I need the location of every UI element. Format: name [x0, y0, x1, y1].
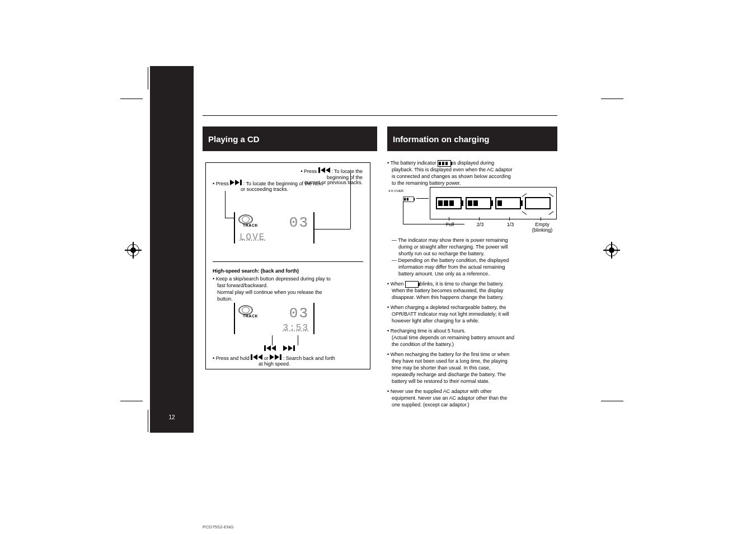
crop-mark	[120, 99, 143, 99]
battery-icon	[438, 160, 451, 167]
instruction-panel: • Press : To locate the beginning of the…	[205, 162, 370, 369]
crop-mark	[148, 410, 148, 432]
body-text: the condition of the battery.)	[392, 341, 454, 348]
subheading: High-speed search: (back and forth)	[213, 268, 299, 274]
caption: (blinking)	[528, 227, 556, 233]
track-time: 3:53	[283, 323, 309, 333]
body-text: to the remaining battery power.	[392, 180, 461, 186]
body-text: disappear. When this happens change the …	[392, 294, 504, 301]
callout-line	[225, 218, 234, 218]
crop-mark	[148, 67, 148, 90]
body-text: • When charging a depleted rechargeable …	[387, 305, 506, 311]
body-text: • Never use the supplied AC adaptor with…	[387, 388, 492, 395]
body-text: (Actual time depends on remaining batter…	[392, 335, 514, 341]
body-text: they have not been used for a long time,…	[392, 358, 508, 364]
track-label: TRACK	[243, 314, 258, 318]
body-text: battery amount. Use only as a reference.	[398, 271, 490, 277]
body-text: • When blinks, it is time to change the …	[387, 281, 504, 288]
prev-track-icon	[318, 167, 330, 173]
callout-line	[350, 173, 351, 229]
track-number: 03	[289, 214, 309, 231]
caption: 1/3	[499, 222, 522, 228]
heading-text: Information on charging	[393, 134, 490, 144]
next-track-icon	[283, 345, 295, 351]
body-text: battery will be restored to their normal…	[392, 378, 490, 385]
lcd-display: TRACK 03 3:53	[234, 303, 314, 334]
instruction-line: button.	[217, 296, 233, 302]
callout-line	[541, 217, 541, 221]
instruction-line: • Keep a skip/search button depressed du…	[213, 276, 331, 282]
lcd-display: TRACK 03 LOVE	[234, 212, 314, 243]
body-text: information may differ from the actual r…	[398, 264, 505, 270]
footer-text: PCD75S2-ENG	[203, 524, 234, 530]
next-track-icon	[230, 180, 242, 185]
instruction-line: current or previous tracks.	[290, 180, 363, 186]
body-text: • The battery indicator is displayed dur…	[387, 160, 494, 167]
sidebar-tab	[150, 66, 194, 433]
body-text: repeatedly recharge and discharge the ba…	[392, 372, 506, 378]
callout-line	[479, 217, 480, 221]
crop-mark	[601, 401, 623, 401]
callout-line	[403, 202, 403, 224]
divider	[213, 261, 363, 262]
body-text: during or straight after recharging. The…	[398, 244, 508, 250]
registration-mark-icon	[127, 244, 139, 256]
page-number: 12	[156, 414, 188, 420]
body-text: OPR/BATT Indicator may not light immedia…	[392, 311, 509, 317]
instruction-line: fast forward/backward.	[217, 283, 268, 289]
crop-mark	[601, 99, 623, 99]
next-track-icon	[270, 354, 281, 360]
instruction-line: at high speed.	[259, 361, 290, 367]
body-text: — Depending on the battery condition, th…	[392, 257, 509, 264]
caption: Full	[439, 222, 461, 228]
battery-icon	[405, 281, 419, 288]
body-text: • When recharging the battery for the fi…	[387, 352, 509, 358]
callout-line	[509, 217, 510, 221]
callout-line	[225, 191, 226, 218]
track-label: TRACK	[243, 223, 258, 227]
section-heading-left: Playing a CD	[203, 127, 377, 151]
body-text: When the battery becomes exhausted, the …	[392, 288, 504, 294]
battery-icon	[403, 196, 414, 202]
track-title: LOVE	[240, 232, 309, 242]
instruction-line: Normal play will continue when you relea…	[217, 289, 322, 296]
annotation-text: 4 0 OVER	[388, 189, 403, 193]
top-rule	[203, 115, 557, 116]
body-text: is connected and changes as shown below …	[392, 174, 511, 180]
body-text: one supplied. (except car adaptor.)	[392, 402, 469, 408]
instruction-line: • Press : To locate the beginning of the	[290, 167, 363, 181]
battery-full-icon	[436, 197, 462, 209]
body-text: time may be shorter than usual. In this …	[392, 365, 491, 371]
callout-line	[272, 335, 273, 345]
registration-mark-icon	[605, 244, 618, 256]
callout-line	[449, 217, 449, 221]
callout-line	[298, 335, 298, 345]
track-number: 03	[289, 305, 309, 322]
battery-13-icon	[495, 197, 521, 209]
heading-text: Playing a CD	[208, 134, 260, 144]
prev-track-icon	[264, 345, 276, 351]
callout-line	[313, 229, 350, 229]
battery-states-diagram	[430, 187, 557, 219]
body-text: however light after charging for a while…	[392, 318, 480, 324]
icon-row	[264, 345, 295, 352]
body-text: • Recharging time is about 5 hours.	[387, 328, 466, 334]
section-heading-right: Information on charging	[387, 127, 557, 151]
prev-track-icon	[251, 354, 262, 360]
body-text: shortly run out so recharge the battery.	[398, 251, 485, 257]
callout-line	[416, 198, 429, 199]
body-text: playback. This is displayed even when th…	[392, 167, 512, 173]
body-text: — The indicator may show there is power …	[392, 237, 508, 243]
body-text: equipment. Never use an AC adaptor other…	[392, 395, 507, 401]
battery-23-icon	[466, 197, 491, 209]
caption: 2/3	[469, 222, 491, 228]
crop-mark	[120, 401, 143, 401]
instruction-line: or succeeding tracks.	[241, 186, 288, 193]
battery-empty-icon	[525, 197, 551, 209]
